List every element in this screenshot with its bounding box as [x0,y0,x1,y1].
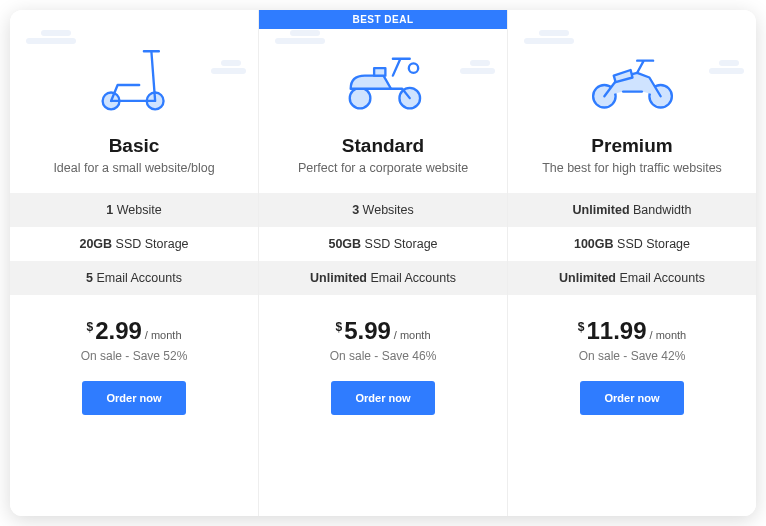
price-block: $ 2.99 / month On sale - Save 52% [81,317,188,363]
plan-icon-area [508,10,756,135]
plan-description: Perfect for a corporate website [288,161,478,175]
plan-description: The best for high traffic websites [532,161,732,175]
plan-standard: BEST DEAL Standard Perfect for a corpora… [259,10,508,516]
plan-name: Premium [591,135,672,157]
sale-text: On sale - Save 52% [81,349,188,363]
plan-icon-area [10,10,258,135]
pricing-table: Basic Ideal for a small website/blog 1 W… [10,10,756,516]
order-button[interactable]: Order now [82,381,185,415]
plan-name: Basic [109,135,160,157]
cloud-decoration [275,38,325,44]
motorcycle-icon [585,40,680,115]
feature-item: 5 Email Accounts [10,261,258,295]
feature-item: Unlimited Email Accounts [508,261,756,295]
price-block: $ 5.99 / month On sale - Save 46% [330,317,437,363]
cloud-decoration [26,38,76,44]
feature-item: 20GB SSD Storage [10,227,258,261]
price-amount: 5.99 [344,317,391,345]
sale-text: On sale - Save 46% [330,349,437,363]
feature-item: Unlimited Bandwidth [508,193,756,227]
currency: $ [578,320,585,334]
price-period: / month [650,329,687,341]
feature-item: Unlimited Email Accounts [259,261,507,295]
plan-name: Standard [342,135,424,157]
feature-item: 100GB SSD Storage [508,227,756,261]
feature-item: 3 Websites [259,193,507,227]
cloud-decoration [460,68,495,74]
feature-list: 1 Website 20GB SSD Storage 5 Email Accou… [10,193,258,295]
price-amount: 2.99 [95,317,142,345]
feature-list: 3 Websites 50GB SSD Storage Unlimited Em… [259,193,507,295]
feature-item: 50GB SSD Storage [259,227,507,261]
plan-description: Ideal for a small website/blog [43,161,224,175]
price-block: $ 11.99 / month On sale - Save 42% [578,317,686,363]
cloud-decoration [524,38,574,44]
svg-point-8 [408,63,417,72]
feature-item: 1 Website [10,193,258,227]
currency: $ [335,320,342,334]
sale-text: On sale - Save 42% [578,349,686,363]
price-period: / month [394,329,431,341]
plan-premium: Premium The best for high traffic websit… [508,10,756,516]
cloud-decoration [709,68,744,74]
scooter-icon [87,40,182,115]
cloud-decoration [211,68,246,74]
moped-icon [336,40,431,115]
plan-icon-area [259,10,507,135]
price-period: / month [145,329,182,341]
order-button[interactable]: Order now [331,381,434,415]
price-amount: 11.99 [586,317,646,345]
feature-list: Unlimited Bandwidth 100GB SSD Storage Un… [508,193,756,295]
plan-basic: Basic Ideal for a small website/blog 1 W… [10,10,259,516]
order-button[interactable]: Order now [580,381,683,415]
currency: $ [86,320,93,334]
